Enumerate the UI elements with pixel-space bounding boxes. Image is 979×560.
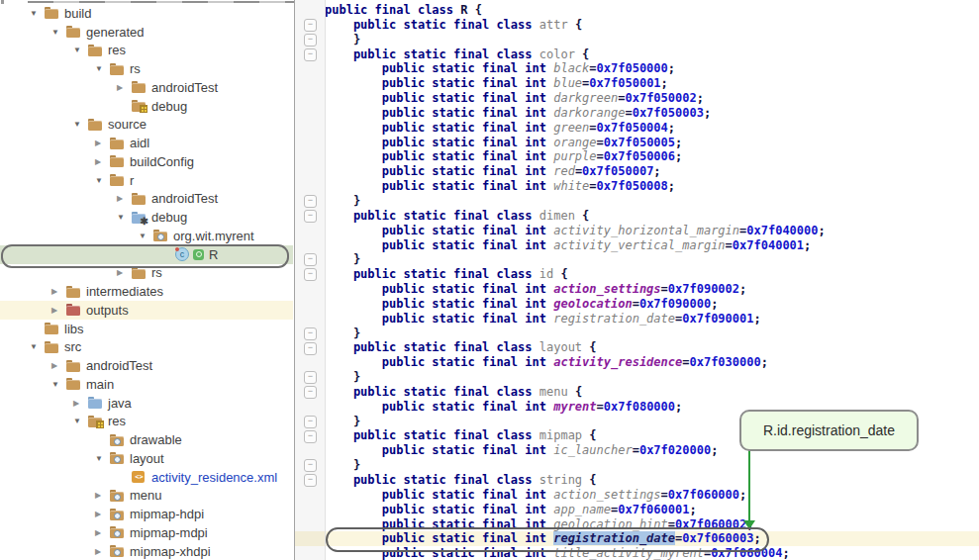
code-line[interactable]: public static final int action_settings=… <box>295 282 979 297</box>
chevron-down-icon[interactable]: ▼ <box>73 120 88 129</box>
fold-marker-icon[interactable]: − <box>304 19 317 32</box>
chevron-right-icon[interactable]: ▶ <box>117 194 132 203</box>
code-line[interactable]: public static final int title_activity_m… <box>295 546 979 560</box>
project-tree-panel[interactable]: ▼build▼generated▼res▼rs▶androidTestdebug… <box>0 4 293 560</box>
chevron-right-icon[interactable]: ▶ <box>95 139 110 147</box>
tree-item-main[interactable]: ▼main <box>0 375 293 394</box>
code-line[interactable]: } <box>295 33 979 47</box>
code-line[interactable]: public static final int orange=0x7f05000… <box>295 136 979 150</box>
tree-item-build[interactable]: ▼build <box>0 4 293 23</box>
fold-marker-icon[interactable]: − <box>304 253 317 266</box>
code-line[interactable]: public static final int registration_dat… <box>295 312 979 327</box>
code-line[interactable]: public static final int app_name=0x7f060… <box>295 503 979 517</box>
code-line[interactable]: public static final class id { <box>295 267 979 282</box>
chevron-down-icon[interactable]: ▼ <box>73 46 88 54</box>
tree-item-source[interactable]: ▼source <box>0 116 293 135</box>
tree-item-res[interactable]: ▼res <box>0 42 293 60</box>
code-line[interactable]: public static final class menu { <box>295 385 979 400</box>
fold-marker-icon[interactable]: − <box>304 430 317 443</box>
code-line[interactable]: public static final int purple=0x7f05000… <box>295 149 979 164</box>
tree-item-mipmap-hdpi[interactable]: ▶mipmap-hdpi <box>0 505 293 523</box>
code-line[interactable]: } <box>295 458 979 473</box>
tree-item-activity-residence-xml[interactable]: <>activity_residence.xml <box>0 468 293 487</box>
code-area[interactable]: public final class R { public static fin… <box>295 3 979 560</box>
fold-marker-icon[interactable]: − <box>304 371 317 384</box>
code-line[interactable]: } <box>295 327 979 341</box>
chevron-right-icon[interactable]: ▶ <box>95 157 110 166</box>
editor-panel[interactable]: public final class R { public static fin… <box>294 0 979 560</box>
code-line[interactable]: } <box>295 370 979 385</box>
fold-marker-icon[interactable]: − <box>304 474 317 487</box>
tree-item-intermediates[interactable]: ▶intermediates <box>0 282 293 301</box>
tree-item-java[interactable]: ▶java <box>0 394 293 413</box>
code-line[interactable]: public static final int green=0x7f050004… <box>295 121 979 136</box>
chevron-down-icon[interactable]: ▼ <box>30 9 45 18</box>
fold-marker-icon[interactable]: − <box>304 195 317 208</box>
chevron-right-icon[interactable]: ▶ <box>117 268 132 277</box>
tree-item-mipmap-xhdpi[interactable]: ▶mipmap-xhdpi <box>0 542 293 560</box>
chevron-down-icon[interactable]: ▼ <box>30 342 45 351</box>
fold-marker-icon[interactable]: − <box>304 34 317 47</box>
tree-item-mipmap-mdpi[interactable]: ▶mipmap-mdpi <box>0 523 293 542</box>
code-line[interactable]: public static final int red=0x7f050007; <box>295 164 979 179</box>
code-line[interactable]: public static final int action_settings=… <box>295 488 979 503</box>
tree-item-buildconfig[interactable]: ▶buildConfig <box>0 152 293 171</box>
chevron-down-icon[interactable]: ▼ <box>139 232 153 240</box>
code-line[interactable]: public static final int activity_residen… <box>295 355 979 370</box>
tree-item-rs[interactable]: ▶rs <box>0 264 293 283</box>
chevron-right-icon[interactable]: ▶ <box>51 306 66 315</box>
fold-marker-icon[interactable]: − <box>304 327 317 340</box>
chevron-right-icon[interactable]: ▶ <box>51 287 66 296</box>
code-line[interactable]: public static final class attr { <box>295 18 979 33</box>
chevron-right-icon[interactable]: ▶ <box>73 399 88 408</box>
code-line[interactable]: public static final int blue=0x7f050001; <box>295 76 979 91</box>
code-line[interactable]: public static final class color { <box>295 47 979 62</box>
code-line[interactable]: public static final int activity_horizon… <box>295 224 979 238</box>
tree-item-generated[interactable]: ▼generated <box>0 23 293 42</box>
tree-item-libs[interactable]: libs <box>0 320 293 338</box>
code-line[interactable]: } <box>295 252 979 267</box>
tree-item-drawable[interactable]: drawable <box>0 430 293 449</box>
fold-marker-icon[interactable]: − <box>304 342 317 355</box>
chevron-down-icon[interactable]: ▼ <box>51 28 66 37</box>
tree-item-res[interactable]: ▼res <box>0 413 293 431</box>
code-line[interactable]: public static final int darkgreen=0x7f05… <box>295 91 979 106</box>
chevron-right-icon[interactable]: ▶ <box>95 510 110 518</box>
code-line[interactable]: public static final int geolocation_hint… <box>295 517 979 532</box>
code-line[interactable]: public static final class layout { <box>295 340 979 355</box>
code-line[interactable]: public static final int black=0x7f050000… <box>295 61 979 76</box>
tree-item-androidtest[interactable]: ▶androidTest <box>0 190 293 209</box>
tree-item-androidtest[interactable]: ▶androidTest <box>0 78 293 97</box>
fold-marker-icon[interactable]: − <box>304 386 317 399</box>
tree-item-layout[interactable]: ▼layout <box>0 449 293 468</box>
code-line[interactable]: public static final int activity_vertica… <box>295 238 979 253</box>
chevron-down-icon[interactable]: ▼ <box>95 64 110 73</box>
fold-marker-icon[interactable]: − <box>304 48 317 61</box>
tree-item-r[interactable]: ▼r <box>0 171 293 190</box>
tree-item-aidl[interactable]: ▶aidl <box>0 134 293 152</box>
tree-item-src[interactable]: ▼src <box>0 338 293 357</box>
code-line[interactable]: public static final int white=0x7f050008… <box>295 179 979 194</box>
code-line[interactable]: public static final class string { <box>295 473 979 488</box>
fold-marker-icon[interactable]: − <box>304 210 317 223</box>
chevron-down-icon[interactable]: ▼ <box>117 213 132 222</box>
fold-marker-icon[interactable]: − <box>304 416 317 428</box>
tree-item-debug[interactable]: ▼✱debug <box>0 208 293 227</box>
chevron-down-icon[interactable]: ▼ <box>95 454 110 463</box>
tree-item-menu[interactable]: ▶menu <box>0 487 293 506</box>
tree-item-org-wit-myrent[interactable]: ▼org.wit.myrent <box>0 227 293 245</box>
tree-item-debug[interactable]: debug <box>0 97 293 116</box>
code-line[interactable]: } <box>295 194 979 209</box>
code-line[interactable]: public static final int darkorange=0x7f0… <box>295 106 979 121</box>
code-line[interactable]: public static final int geolocation=0x7f… <box>295 297 979 312</box>
chevron-right-icon[interactable]: ▶ <box>51 361 66 370</box>
chevron-right-icon[interactable]: ▶ <box>117 83 132 92</box>
fold-marker-icon[interactable]: − <box>304 268 317 281</box>
chevron-right-icon[interactable]: ▶ <box>95 491 110 500</box>
chevron-right-icon[interactable]: ▶ <box>95 547 110 556</box>
tree-item-androidtest[interactable]: ▶androidTest <box>0 356 293 375</box>
chevron-down-icon[interactable]: ▼ <box>95 176 110 185</box>
chevron-right-icon[interactable]: ▶ <box>95 528 110 537</box>
tree-item-r[interactable]: cR <box>0 245 293 264</box>
fold-marker-icon[interactable]: − <box>304 459 317 472</box>
